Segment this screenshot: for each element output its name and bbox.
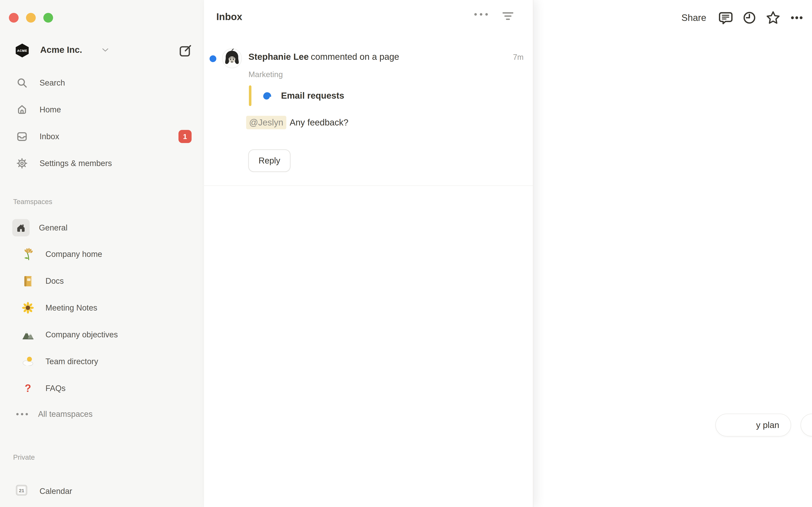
sidebar-item-general[interactable]: General bbox=[0, 218, 204, 238]
journal-pill-button[interactable]: Journal bbox=[801, 414, 812, 437]
quoted-page-title: Email requests bbox=[281, 91, 344, 101]
actor-name: Stephanie Lee bbox=[248, 52, 309, 62]
sidebar-item-docs[interactable]: Docs bbox=[0, 271, 204, 291]
avatar bbox=[222, 48, 242, 68]
mention-chip[interactable]: @Jeslyn bbox=[246, 116, 286, 129]
reply-button[interactable]: Reply bbox=[248, 149, 291, 172]
home-icon bbox=[16, 104, 28, 116]
inbox-title: Inbox bbox=[216, 11, 242, 22]
sidebar-item-search[interactable]: Search bbox=[0, 73, 204, 93]
sidebar: ACME Acme Inc. Search bbox=[0, 0, 204, 507]
chevron-down-icon bbox=[102, 48, 109, 52]
plan-pill-button[interactable]: y plan bbox=[715, 414, 791, 437]
window-minimize-button[interactable] bbox=[26, 13, 36, 22]
app-window: ACME Acme Inc. Search bbox=[0, 0, 812, 507]
ellipsis-icon bbox=[16, 408, 28, 420]
mountain-icon bbox=[21, 328, 35, 341]
cyclone-spiral-icon bbox=[261, 89, 273, 102]
sidebar-item-company-objectives[interactable]: Company objectives bbox=[0, 325, 204, 345]
notification-timestamp: 7m bbox=[513, 53, 523, 62]
quote-bar bbox=[249, 86, 251, 106]
sidebar-item-faqs[interactable]: ? FAQs bbox=[0, 378, 204, 398]
question-icon: ? bbox=[21, 382, 35, 395]
teamspaces-section-label: Teamspaces bbox=[13, 198, 52, 206]
notification-divider bbox=[204, 185, 533, 186]
history-clock-icon[interactable] bbox=[742, 10, 757, 25]
action-text: commented on a page bbox=[311, 52, 399, 62]
gear-icon bbox=[16, 157, 28, 169]
sunflower-icon bbox=[21, 301, 35, 314]
window-zoom-button[interactable] bbox=[43, 13, 53, 22]
sidebar-item-inbox[interactable]: Inbox 1 bbox=[0, 126, 204, 147]
sidebar-item-calendar[interactable]: 21 Calendar bbox=[0, 481, 204, 501]
sidebar-item-team-directory[interactable]: Team directory bbox=[0, 351, 204, 372]
workspace-logo-icon: ACME bbox=[14, 43, 30, 58]
workspace-switcher[interactable]: ACME Acme Inc. bbox=[0, 41, 204, 61]
more-options-icon[interactable] bbox=[789, 10, 804, 25]
comment-text-row: @Jeslyn Any feedback? bbox=[246, 116, 349, 129]
inbox-more-icon[interactable] bbox=[474, 13, 488, 16]
sidebar-item-all-teamspaces[interactable]: All teamspaces bbox=[0, 404, 204, 424]
rice-sheaf-icon bbox=[21, 247, 35, 261]
inbox-popover: Inbox bbox=[204, 0, 533, 507]
page-toolbar: Share bbox=[678, 10, 804, 25]
sidebar-item-home[interactable]: Home bbox=[0, 100, 204, 120]
sun-cloud-icon bbox=[21, 355, 35, 368]
share-button[interactable]: Share bbox=[678, 11, 710, 25]
sidebar-item-settings[interactable]: Settings & members bbox=[0, 153, 204, 173]
inbox-filter-icon[interactable] bbox=[502, 10, 514, 22]
workspace-name: Acme Inc. bbox=[40, 45, 82, 55]
house-tile-icon bbox=[12, 219, 30, 236]
new-page-compose-icon[interactable] bbox=[179, 44, 193, 57]
svg-text:21: 21 bbox=[19, 488, 24, 493]
sidebar-item-meeting-notes[interactable]: Meeting Notes bbox=[0, 298, 204, 318]
notification-headline: Stephanie Leecommented on a page bbox=[248, 51, 399, 62]
page-context: Marketing bbox=[248, 70, 283, 79]
quoted-page-block[interactable]: Email requests bbox=[249, 86, 344, 106]
unread-dot bbox=[210, 55, 216, 62]
sidebar-item-company-home[interactable]: Company home bbox=[0, 244, 204, 264]
search-icon bbox=[16, 77, 28, 89]
notebook-icon bbox=[21, 274, 35, 287]
window-close-button[interactable] bbox=[9, 13, 18, 22]
inbox-icon bbox=[16, 130, 28, 143]
favorite-star-icon[interactable] bbox=[765, 10, 781, 25]
inbox-unread-badge: 1 bbox=[179, 130, 192, 143]
comments-icon[interactable] bbox=[718, 10, 733, 25]
calendar-icon: 21 bbox=[14, 483, 29, 497]
comment-text: Any feedback? bbox=[290, 117, 349, 128]
svg-text:ACME: ACME bbox=[17, 49, 27, 52]
private-section-label: Private bbox=[13, 453, 35, 461]
